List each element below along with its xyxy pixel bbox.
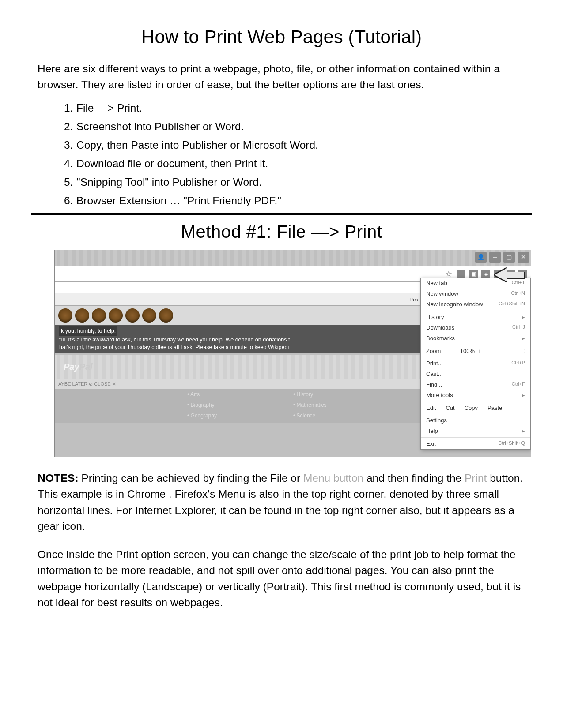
star-icon[interactable]: ☆ [444,270,453,278]
menu-settings[interactable]: Settings [421,415,530,426]
list-item: 3.Copy, then Paste into Publisher or Mic… [64,139,525,151]
cat-link[interactable]: Science [293,413,382,423]
maximize-icon: ▢ [503,252,515,263]
divider [31,213,532,215]
screenshot-container: 👤 ─ ▢ ✕ ☆ ! ▣ ◈ • ▦ ⋮ 👤 Not logged in Re… [54,250,509,457]
avatar-icon [142,308,156,323]
menu-bookmarks[interactable]: Bookmarks [421,333,530,344]
list-item: 4.Download file or document, then Print … [64,158,525,170]
menu-edit-row: Edit Cut Copy Paste [421,403,530,413]
menu-new-window[interactable]: New windowCtrl+N [421,289,530,299]
page-title: How to Print Web Pages (Tutorial) [38,26,525,48]
extension-icon[interactable]: ! [457,270,465,278]
avatar-icon [125,308,140,323]
menu-zoom[interactable]: Zoom − 100% + ⛶ [421,346,530,356]
intro-paragraph: Here are six different ways to print a w… [38,61,525,92]
notes-paragraph-1: NOTES: Printing can be achieved by findi… [38,470,525,534]
extension-icon[interactable]: ▣ [469,270,478,278]
menu-copy[interactable]: Copy [465,405,478,411]
close-icon: ✕ [518,252,529,263]
avatar-icon [159,308,173,323]
cat-link[interactable]: Biography [187,402,276,413]
avatar-icon [58,308,72,323]
tab-read[interactable]: Read [409,297,421,302]
chrome-menu: New tabCtrl+T New windowCtrl+N New incog… [420,278,531,450]
list-item: 6.Browser Extension … "Print Friendly PD… [64,195,525,207]
avatar-icon [92,308,106,323]
methods-list: 1.File —> Print. 2.Screenshot into Publi… [38,102,525,207]
person-icon: 👤 [475,252,487,263]
fullscreen-icon[interactable]: ⛶ [521,349,525,353]
arrow-annotation [495,268,525,281]
menu-print[interactable]: Print...Ctrl+P [421,358,530,369]
menu-paste[interactable]: Paste [487,405,502,411]
cat-link[interactable]: Mathematics [293,402,382,413]
menu-find[interactable]: Find...Ctrl+F [421,379,530,390]
menu-cut[interactable]: Cut [446,405,454,411]
menu-help[interactable]: Help [421,426,530,436]
list-item: 1.File —> Print. [64,102,525,114]
browser-screenshot: 👤 ─ ▢ ✕ ☆ ! ▣ ◈ • ▦ ⋮ 👤 Not logged in Re… [54,250,531,457]
cat-link[interactable]: Geography [187,413,276,423]
cat-link[interactable]: History [293,391,382,402]
extension-icon[interactable]: ◈ [481,270,490,278]
menu-exit[interactable]: ExitCtrl+Shift+Q [421,439,530,449]
list-item: 2.Screenshot into Publisher or Word. [64,120,525,133]
method-1-heading: Method #1: File —> Print [38,222,525,242]
window-toolbar: 👤 ─ ▢ ✕ [55,250,531,266]
menu-cast[interactable]: Cast... [421,369,530,379]
avatar-icon [75,308,89,323]
cat-link[interactable]: Arts [187,391,276,402]
minimize-icon: ─ [489,252,501,263]
paypal-button[interactable]: PayPal [55,355,294,379]
avatar-icon [109,308,123,323]
menu-downloads[interactable]: DownloadsCtrl+J [421,323,530,333]
menu-more-tools[interactable]: More tools [421,390,530,401]
notes-paragraph-2: Once inside the Print option screen, you… [38,547,525,611]
menu-history[interactable]: History [421,312,530,323]
menu-incognito[interactable]: New incognito windowCtrl+Shift+N [421,299,530,310]
list-item: 5."Snipping Tool" into Publisher or Word… [64,176,525,188]
